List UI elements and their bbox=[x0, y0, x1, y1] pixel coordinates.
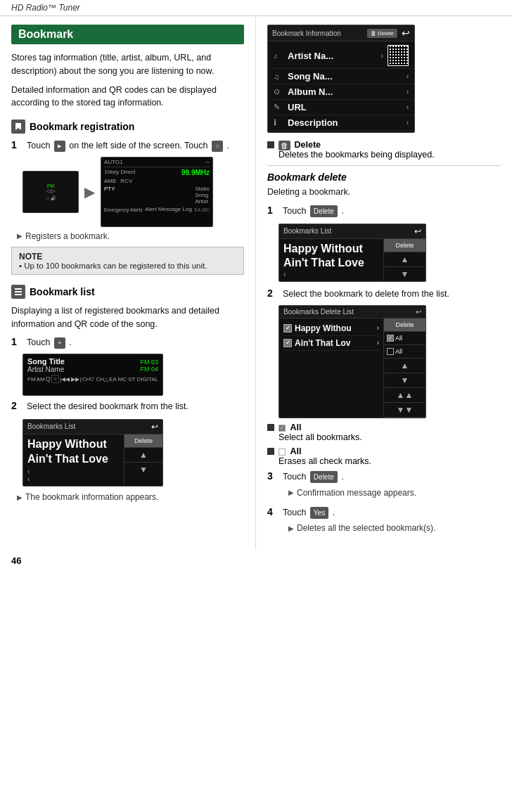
bookmark-delete-desc: Deleting a bookmark. bbox=[267, 186, 501, 199]
checked-all-square bbox=[267, 424, 274, 431]
bm-nav-down: ▼ bbox=[124, 463, 162, 477]
bdl-all-check-btn[interactable]: ✓ All bbox=[384, 332, 425, 345]
del-bm-list-header: Bookmarks List ↩ bbox=[279, 224, 425, 239]
checked-all-desc: Select all bookmarks. bbox=[279, 432, 362, 442]
checked-all-bullet: ✓ All Select all bookmarks. bbox=[267, 423, 501, 442]
del-step-2: 2 Select the bookmark to delete from the… bbox=[267, 288, 501, 301]
bdl-screen: Bookmarks Delete List ↩ ✓ Happy Withou ›… bbox=[279, 305, 426, 418]
del-bm-delete-btn[interactable]: Delete bbox=[384, 239, 425, 252]
del-nav-down: ▼ bbox=[384, 267, 425, 281]
bi-album-icon: ⊙ bbox=[274, 87, 283, 96]
bm-item1-line1: Happy Without bbox=[27, 437, 120, 452]
bm-info-header: Bookmark Information 🗑 Delete ↩ bbox=[268, 25, 414, 41]
list-step2-result: The bookmark information appears. bbox=[17, 492, 244, 502]
bdl-nav-down: ▼ bbox=[384, 373, 425, 388]
bi-song-icon: ♫ bbox=[274, 72, 283, 81]
delete-desc: Deletes the bookmarks being displayed. bbox=[279, 150, 435, 160]
unchecked-all-bullet: All Erases all check marks. bbox=[267, 446, 501, 466]
bdl-check-1[interactable]: ✓ bbox=[283, 324, 292, 333]
reg-step-1: 1 Touch on the left side of the screen. … bbox=[11, 139, 244, 153]
note-box: NOTE • Up to 100 bookmarks can be regist… bbox=[11, 247, 244, 275]
svg-rect-1 bbox=[15, 291, 22, 292]
bdl-nav-top: ▲▲ bbox=[384, 388, 425, 403]
bi-artist-label: Artist Na... bbox=[288, 51, 377, 61]
del-nav-up: ▲ bbox=[384, 252, 425, 267]
delete-bullet: 🗑 Delete Deletes the bookmarks being dis… bbox=[267, 140, 501, 160]
bm-delete-btn[interactable]: Delete bbox=[124, 434, 162, 448]
bm-item1-line2: Ain't That Love bbox=[27, 452, 120, 467]
step3-delete-btn: Delete bbox=[310, 471, 338, 483]
bi-delete-btn[interactable]: 🗑 Delete bbox=[367, 29, 397, 38]
bi-row-desc: ℹ Description › bbox=[268, 115, 414, 131]
fm-list-screen-container: Song Title Artist Name FM 03 FM 04 FM AM… bbox=[23, 354, 244, 396]
checked-all-label: All bbox=[290, 423, 301, 432]
unchecked-all-label: All bbox=[290, 446, 301, 456]
del-bm-list-screen-wrap: Bookmarks List ↩ Happy Without Ain't Tha… bbox=[279, 224, 501, 283]
delete-label: Delete bbox=[294, 140, 321, 150]
bookmark-registration-heading: Bookmark registration bbox=[11, 120, 244, 134]
bm-back-icon: ↩ bbox=[151, 422, 158, 432]
bdl-all-check-icon: ✓ bbox=[387, 335, 394, 342]
step4-yes-btn: Yes bbox=[310, 507, 328, 519]
bi-song-chevron: › bbox=[407, 72, 409, 80]
bookmark-section-heading: Bookmark bbox=[11, 25, 244, 44]
bm-nav-up: ▲ bbox=[124, 448, 162, 463]
bdl-nav-bottom: ▼▼ bbox=[384, 403, 425, 418]
bi-album-label: Album N... bbox=[288, 86, 402, 97]
reg-step1-result: Registers a bookmark. bbox=[17, 231, 244, 241]
list-touch-icon bbox=[54, 337, 65, 349]
note-text: • Up to 100 bookmarks can be registered … bbox=[19, 262, 236, 270]
bi-desc-icon: ℹ bbox=[274, 118, 283, 127]
bi-url-chevron: › bbox=[407, 103, 409, 111]
bm-list-screen: Bookmarks List ↩ Happy Without Ain't Tha… bbox=[23, 419, 163, 487]
bm-info-screen: Bookmark Information 🗑 Delete ↩ ♪ Artist… bbox=[267, 25, 415, 133]
unchecked-all-square bbox=[267, 448, 274, 455]
bi-row-song: ♫ Song Na... › bbox=[268, 69, 414, 84]
checked-all-icon: ✓ bbox=[279, 425, 286, 432]
bdl-all-uncheck-btn[interactable]: All bbox=[384, 345, 425, 359]
intro-text-2: Detailed information and QR codes can be… bbox=[11, 84, 244, 110]
bi-desc-label: Description bbox=[288, 117, 402, 128]
page-header: HD Radio™ Tuner bbox=[0, 0, 512, 16]
bdl-row-1: ✓ Happy Withou › bbox=[283, 321, 379, 336]
del-step3-result: Confirmation message appears. bbox=[288, 486, 501, 499]
bi-desc-chevron: › bbox=[407, 119, 409, 127]
list-step-1: 1 Touch . bbox=[11, 336, 244, 349]
arrow-divider: ▶ bbox=[84, 183, 95, 200]
bookmark-delete-heading: Bookmark delete bbox=[267, 172, 501, 183]
note-title: NOTE bbox=[19, 252, 236, 262]
svg-rect-2 bbox=[15, 294, 22, 295]
fm-list-screen: Song Title Artist Name FM 03 FM 04 FM AM… bbox=[23, 354, 163, 396]
bookmark-touch-icon bbox=[212, 141, 223, 152]
bdl-back: ↩ bbox=[416, 308, 421, 316]
svg-rect-0 bbox=[15, 288, 22, 290]
del-bm-back: ↩ bbox=[414, 226, 421, 236]
bookmark-reg-icon bbox=[11, 120, 25, 134]
unchecked-all-icon bbox=[279, 449, 286, 456]
fm-screen-small: FM ◁ ▷ Q 🔊 bbox=[23, 171, 79, 213]
delete-icon-inline: 🗑 bbox=[279, 141, 290, 150]
bi-url-icon: ✎ bbox=[274, 103, 283, 112]
intro-text-1: Stores tag information (title, artist, a… bbox=[11, 51, 244, 78]
reg-screens: FM ◁ ▷ Q 🔊 ▶ AUTO1 ▪▪ 10key Direct 99.9M… bbox=[23, 157, 244, 227]
delete-bullet-square bbox=[267, 141, 274, 148]
bi-back-btn[interactable]: ↩ bbox=[402, 27, 410, 39]
left-column: Bookmark Stores tag information (title, … bbox=[0, 16, 256, 550]
del-bm-item1: Happy Without bbox=[283, 242, 379, 257]
bdl-check-2[interactable]: ✓ bbox=[283, 339, 292, 347]
bdl-all-uncheck-icon bbox=[387, 348, 394, 355]
del-step-3: 3 Touch Delete . Confirmation message ap… bbox=[267, 470, 501, 502]
bookmark-list-desc: Displaying a list of registered bookmark… bbox=[11, 304, 244, 331]
unchecked-all-desc: Erases all check marks. bbox=[279, 456, 371, 466]
del-bm-item2: Ain't That Love bbox=[283, 256, 379, 271]
step1-delete-btn: Delete bbox=[310, 205, 338, 217]
del-bm-list-screen: Bookmarks List ↩ Happy Without Ain't Tha… bbox=[279, 224, 426, 283]
right-column: Bookmark Information 🗑 Delete ↩ ♪ Artist… bbox=[256, 16, 512, 550]
del-step-1: 1 Touch Delete . bbox=[267, 205, 501, 218]
bdl-nav-up: ▲ bbox=[384, 359, 425, 373]
bi-song-label: Song Na... bbox=[288, 71, 402, 82]
radio-screen: AUTO1 ▪▪ 10key Direct 99.9MHz AMERCV PTY… bbox=[101, 157, 213, 227]
bi-artist-chevron: › bbox=[381, 52, 383, 60]
bdl-delete-btn[interactable]: Delete bbox=[384, 318, 425, 332]
bdl-header: Bookmarks Delete List ↩ bbox=[279, 306, 425, 318]
